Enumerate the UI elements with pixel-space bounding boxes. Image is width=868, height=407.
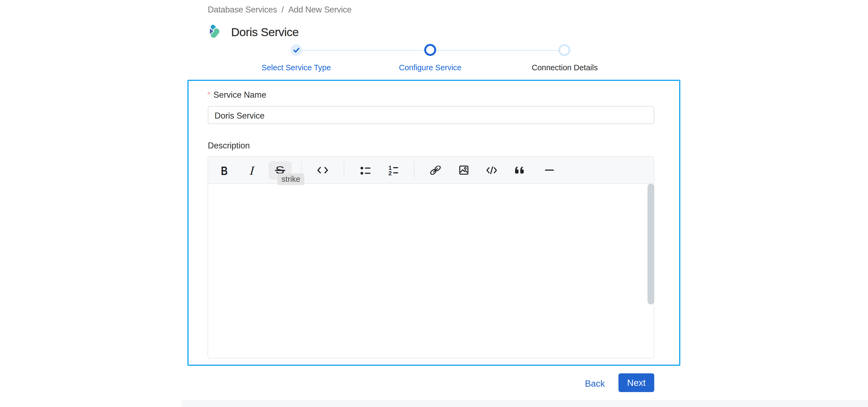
svg-text:2: 2 [389, 170, 392, 176]
